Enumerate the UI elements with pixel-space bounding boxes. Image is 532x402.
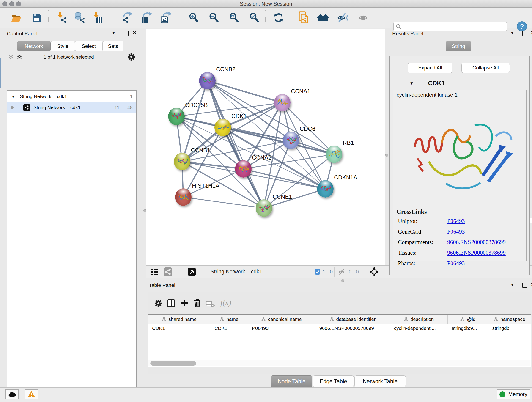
export-image-button[interactable] (159, 11, 173, 25)
column-header-description[interactable]: description (390, 315, 448, 324)
column-header-database-identifier[interactable]: database identifier (315, 315, 390, 324)
network-tree: ▼ String Network – cdk1 1 String Network… (7, 90, 137, 402)
tab-node-table[interactable]: Node Table (271, 375, 312, 387)
cloud-status-button[interactable] (5, 389, 19, 399)
column-header-canonical-name[interactable]: canonical name (248, 315, 315, 324)
open-session-button[interactable] (9, 11, 23, 25)
crosslink-row: Uniprot: P06493 (398, 218, 522, 229)
scrollbar-thumb[interactable] (150, 361, 196, 366)
table-gear-icon[interactable] (154, 299, 162, 308)
network-node-RB1[interactable] (326, 146, 342, 163)
node-label-CCNA1: CCNA1 (291, 88, 310, 95)
protein-thumbnail (177, 192, 189, 202)
zoom-out-button[interactable] (207, 11, 221, 25)
string-view-icon[interactable] (164, 268, 172, 277)
network-edge[interactable] (207, 81, 334, 154)
crosslink-uniprot-link[interactable]: P06493 (447, 218, 465, 224)
save-session-button[interactable] (29, 11, 44, 25)
network-node-CCNA1[interactable] (274, 94, 291, 111)
expand-all-button[interactable]: Expand All (408, 63, 452, 73)
crosslink-genecard-link[interactable]: P06493 (447, 229, 465, 235)
table-panel-close-icon[interactable]: ✕ (531, 282, 532, 288)
network-edge[interactable] (207, 81, 282, 103)
grid-view-icon[interactable] (151, 268, 158, 277)
refresh-network-button[interactable] (272, 11, 286, 25)
crosslink-row: Tissues: 9606.ENSP00000378699 (398, 249, 522, 260)
entry-expander-icon[interactable]: ▼ (410, 81, 413, 86)
table-row[interactable]: CDK1 CDK1 P06493 9606.ENSP00000378699 cy… (148, 324, 531, 332)
pan-crosshair-icon[interactable] (369, 267, 379, 278)
tab-network-table[interactable]: Network Table (355, 375, 406, 387)
crosslink-compartments-link[interactable]: 9606.ENSP00000378699 (447, 239, 506, 245)
crosslink-pharos-link[interactable]: P06493 (447, 260, 465, 267)
delete-column-trash-icon[interactable] (193, 298, 202, 308)
table-panel-body: f(x) shared name name canonical name dat… (147, 292, 531, 374)
collapse-all-button[interactable]: Collapse All (462, 63, 510, 73)
selected-checkbox-icon[interactable] (314, 269, 321, 276)
results-panel-collapse-icon[interactable]: ▼ (510, 31, 514, 35)
table-panel-float-icon[interactable] (522, 283, 527, 289)
tab-string-results[interactable]: String (446, 41, 471, 51)
network-node-CDC25B[interactable] (168, 108, 185, 125)
memory-button[interactable]: Memory (497, 389, 530, 400)
crosslink-tissues-link[interactable]: 9606.ENSP00000378699 (447, 249, 506, 256)
protein-entry-section: ▼ CDK1 cyclin-dependent kinase 1 CrossLi… (391, 78, 528, 263)
table-panel-collapse-icon[interactable]: ▼ (510, 283, 514, 287)
tab-edge-table[interactable]: Edge Table (313, 375, 354, 387)
tab-style[interactable]: Style (51, 41, 75, 51)
network-node-CCNA2[interactable] (235, 160, 252, 178)
results-panel-float-icon[interactable] (522, 31, 527, 37)
network-node-CCNB1[interactable] (174, 153, 190, 170)
control-panel-collapse-icon[interactable]: ▼ (112, 31, 115, 35)
zoom-selected-button[interactable] (247, 11, 261, 25)
export-network-button[interactable] (120, 11, 134, 25)
cell-namespace: stringdb (488, 324, 531, 332)
import-table-file-button[interactable] (90, 11, 104, 25)
network-collection-row[interactable]: ▼ String Network – cdk1 1 (7, 91, 136, 102)
delete-table-icon (206, 301, 215, 308)
results-panel-close-icon[interactable]: ✕ (531, 30, 532, 36)
protein-thumbnail (328, 149, 340, 159)
column-header-namespace[interactable]: namespace (488, 315, 531, 324)
network-edge[interactable] (183, 197, 264, 208)
column-header-name[interactable]: name (210, 315, 248, 324)
zoom-fit-icon (229, 12, 239, 23)
network-node-CCNB2[interactable] (199, 72, 215, 89)
show-all-button[interactable] (356, 11, 371, 25)
column-header-shared-name[interactable]: shared name (148, 315, 210, 324)
network-row-selected[interactable]: String Network – cdk1 11 48 (7, 102, 136, 113)
horizontal-scrollbar[interactable] (148, 360, 530, 366)
tree-expander-icon[interactable]: ▼ (12, 95, 15, 99)
export-table-button[interactable] (139, 11, 153, 25)
network-node-CDK1[interactable] (215, 119, 231, 136)
tab-sets[interactable]: Sets (103, 41, 123, 51)
protein-thumbnail (258, 203, 270, 213)
network-canvas[interactable]: CCNB2CCNA1CDC25BCDK1CDC6RB1CCNB1CCNA2CDK… (146, 29, 385, 265)
import-network-database-button[interactable] (73, 11, 87, 25)
add-column-icon[interactable] (180, 299, 189, 308)
control-panel-float-icon[interactable] (124, 31, 128, 37)
column-header-id[interactable]: @id (448, 315, 488, 324)
warnings-button[interactable] (25, 389, 38, 399)
birdseye-view-icon[interactable] (187, 268, 196, 277)
expand-all-networks-icon[interactable] (8, 54, 14, 61)
network-node-CDKN1A[interactable] (317, 180, 334, 198)
network-node-CDC6[interactable] (283, 132, 299, 149)
collapse-all-networks-icon[interactable] (17, 54, 22, 61)
node-label-HIST1H1A: HIST1H1A (192, 182, 219, 189)
string-document-icon (298, 12, 309, 24)
hide-selected-button[interactable] (336, 11, 350, 25)
network-node-CCNE1[interactable] (256, 199, 272, 217)
show-columns-icon[interactable] (167, 299, 176, 308)
crosslink-row: Pharos: P06493 (398, 260, 522, 271)
tab-select[interactable]: Select (75, 41, 103, 51)
zoom-in-button[interactable] (186, 11, 201, 25)
zoom-fit-button[interactable] (227, 11, 241, 25)
tab-network[interactable]: Network (17, 41, 51, 51)
network-node-HIST1H1A[interactable] (175, 188, 191, 206)
network-options-gear-icon[interactable] (127, 53, 135, 62)
string-query-button[interactable] (297, 11, 311, 25)
control-panel-close-icon[interactable]: ✕ (133, 30, 137, 36)
return-to-networks-button[interactable] (316, 11, 330, 25)
import-network-file-button[interactable] (55, 11, 69, 25)
